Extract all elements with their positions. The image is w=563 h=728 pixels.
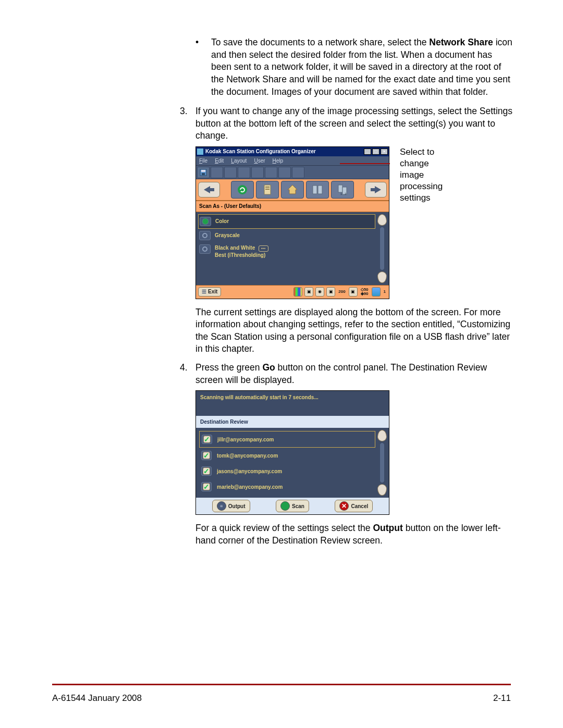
svg-rect-1 xyxy=(201,170,205,172)
bottom-bar: ☰ Exit ▣ ◉ ▣ 200 ▣ ◇50 ◆90 xyxy=(196,285,389,299)
menu-edit[interactable]: Edit xyxy=(215,157,224,165)
status-value: ◆90 xyxy=(360,292,370,296)
svg-rect-2 xyxy=(202,173,205,175)
section-header: Destination Review xyxy=(196,416,389,428)
toolbar-icon[interactable] xyxy=(265,167,277,178)
destination-item[interactable]: ✓ tomk@anycompany.com xyxy=(199,448,375,463)
bold-text: Network Share xyxy=(429,37,493,47)
checkbox-icon[interactable]: ✓ xyxy=(202,435,212,444)
step-4: 4. Press the green Go button on the cont… xyxy=(180,362,513,547)
footer-buttons: ≡ Output Scan ✕ Cancel xyxy=(196,498,389,514)
exit-button[interactable]: ☰ Exit xyxy=(198,287,221,297)
checkbox-icon[interactable]: ✓ xyxy=(201,451,212,460)
paragraph: The current settings are displayed along… xyxy=(195,306,513,356)
status-icon[interactable]: ▣ xyxy=(304,287,313,297)
list-circle-icon: ≡ xyxy=(217,501,226,511)
nav-right-button[interactable] xyxy=(365,182,387,198)
nav-left-button[interactable] xyxy=(198,182,220,198)
button-label: Scan xyxy=(292,503,304,510)
status-icon[interactable]: ▣ xyxy=(326,287,335,297)
scroll-track[interactable] xyxy=(380,442,385,483)
list-icon: ☰ xyxy=(202,288,206,295)
destination-item[interactable]: ✓ marieb@anycompany.com xyxy=(199,479,375,495)
page-footer: A-61544 January 2008 2-11 xyxy=(52,684,511,705)
app-icon xyxy=(197,149,203,155)
nav-icon-home[interactable] xyxy=(281,181,304,199)
save-icon[interactable] xyxy=(197,167,210,178)
option-grayscale[interactable]: Grayscale xyxy=(198,229,375,242)
svg-text:1: 1 xyxy=(340,192,342,195)
nav-icon-duplex[interactable]: 12 xyxy=(331,181,354,199)
footer-doc-id: A-61544 January 2008 xyxy=(52,693,142,705)
toolbar-icon[interactable] xyxy=(251,167,264,178)
menu-file[interactable]: File xyxy=(199,157,207,165)
color-bars-icon[interactable] xyxy=(293,287,302,297)
menu-layout[interactable]: Layout xyxy=(231,157,247,165)
toolbar xyxy=(196,166,389,179)
svg-point-4 xyxy=(238,185,247,194)
scan-button[interactable]: Scan xyxy=(276,500,309,512)
scan-as-list: Color Grayscale Black and White ▪▪▪ Best xyxy=(196,212,389,285)
cancel-circle-icon: ✕ xyxy=(339,501,349,511)
window-titlebar: Kodak Scan Station Configuration Organiz… xyxy=(196,147,389,156)
footer-page-number: 2-11 xyxy=(493,693,511,705)
svg-rect-9 xyxy=(313,186,317,194)
svg-rect-10 xyxy=(318,186,322,194)
svg-rect-7 xyxy=(265,189,270,190)
step-number: 3. xyxy=(180,105,188,118)
callout-text: Select to change image processing settin… xyxy=(400,146,452,204)
exit-label: Exit xyxy=(208,288,217,295)
step-number: 4. xyxy=(180,362,188,374)
button-label: Cancel xyxy=(351,503,368,510)
callout-line xyxy=(340,163,390,164)
scrollbar[interactable] xyxy=(377,430,387,496)
menu-help[interactable]: Help xyxy=(273,157,284,165)
nav-icon-refresh[interactable] xyxy=(231,181,254,199)
screenshot-destination-review: Scanning will automatically start in 7 s… xyxy=(195,390,389,515)
option-label: Color xyxy=(215,218,229,225)
toolbar-icon[interactable] xyxy=(292,167,304,178)
scroll-track[interactable] xyxy=(380,227,385,270)
screenshot-config-organizer: Kodak Scan Station Configuration Organiz… xyxy=(195,146,389,299)
cancel-button[interactable]: ✕ Cancel xyxy=(335,500,373,512)
status-icon[interactable] xyxy=(372,287,381,297)
bullet-network-share: To save the documents to a network share… xyxy=(195,36,513,98)
destination-item[interactable]: ✓ jasons@anycompany.com xyxy=(199,463,375,479)
maximize-button[interactable]: □ xyxy=(372,149,380,155)
status-icon[interactable]: ◉ xyxy=(315,287,324,297)
option-black-and-white[interactable]: Black and White ▪▪▪ Best (iThresholding) xyxy=(198,242,375,261)
svg-marker-3 xyxy=(204,186,214,193)
option-label: Grayscale xyxy=(215,232,240,239)
minimize-button[interactable]: _ xyxy=(364,149,371,155)
nav-icon-page[interactable] xyxy=(256,181,279,199)
output-button[interactable]: ≡ Output xyxy=(212,500,250,512)
toolbar-icon[interactable] xyxy=(224,167,237,178)
svg-marker-8 xyxy=(288,185,297,194)
toolbar-icon[interactable] xyxy=(238,167,250,178)
checkbox-icon[interactable]: ✓ xyxy=(201,466,212,476)
status-icon[interactable]: ▣ xyxy=(349,287,358,297)
page-content: To save the documents to a network share… xyxy=(180,36,513,547)
scroll-down-icon[interactable] xyxy=(377,272,387,283)
option-color[interactable]: Color xyxy=(198,214,375,229)
scroll-up-icon[interactable] xyxy=(377,430,387,441)
text: To save the documents to a network share… xyxy=(211,37,429,47)
section-header: Scan As - (User Defaults) xyxy=(196,201,389,212)
menu-user[interactable]: User xyxy=(254,157,265,165)
toolbar-icon[interactable] xyxy=(211,167,223,178)
scroll-up-icon[interactable] xyxy=(377,214,387,226)
scroll-down-icon[interactable] xyxy=(377,484,387,496)
svg-marker-15 xyxy=(371,186,381,193)
close-button[interactable]: × xyxy=(381,149,388,155)
svg-rect-6 xyxy=(265,187,270,188)
paragraph: For a quick review of the settings selec… xyxy=(195,522,513,547)
destination-email: jasons@anycompany.com xyxy=(217,468,282,475)
go-circle-icon xyxy=(280,501,290,511)
checkbox-icon[interactable]: ✓ xyxy=(201,482,212,491)
nav-icon-dual[interactable] xyxy=(306,181,329,199)
destination-item[interactable]: ✓ jillr@anycompany.com xyxy=(199,431,375,448)
scrollbar[interactable] xyxy=(377,214,387,283)
destination-email: marieb@anycompany.com xyxy=(217,484,283,491)
toolbar-icon[interactable] xyxy=(278,167,291,178)
step-3: 3. If you want to change any of the imag… xyxy=(180,105,513,355)
